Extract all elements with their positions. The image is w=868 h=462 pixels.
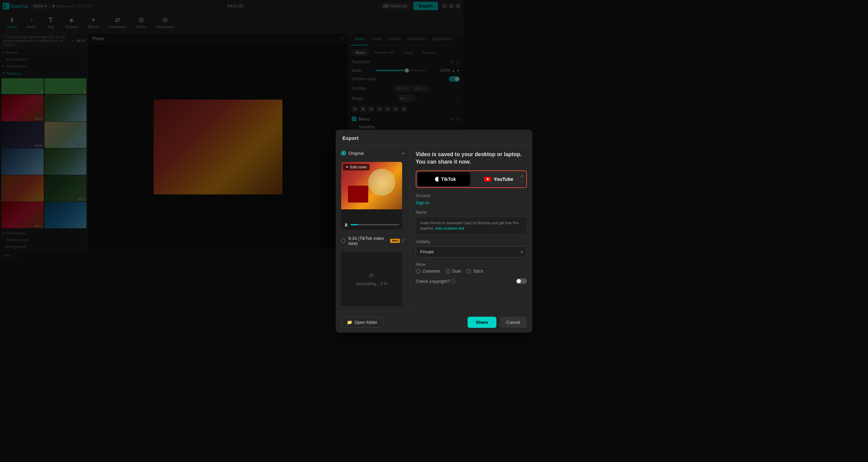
original-label: Original [349, 151, 364, 156]
modal-format-options: Original ▸ ✏ Edit cover [336, 145, 410, 260]
generating-preview: ⟳ Generating... 0 % [341, 252, 402, 260]
name-label: Name [416, 210, 463, 215]
platform-buttons: TikTok YouTube ↗ [416, 170, 463, 188]
name-section: Name Invite friends to download CapCut D… [416, 210, 463, 235]
modal-title: Export [336, 130, 463, 145]
visibility-select-wrapper: Private Public Friends [416, 246, 463, 257]
modal-overlay: Export Original ▸ [0, 0, 463, 260]
original-radio[interactable] [341, 151, 346, 155]
tiktok-format-label: 9:16 (TikTok video size) [348, 236, 389, 246]
pro-badge: PRO [390, 239, 400, 243]
add-invitation-link[interactable]: Add invitation link [435, 226, 463, 230]
original-arrow: ▸ [402, 151, 405, 155]
play-pause-button[interactable]: ⏸ [344, 222, 349, 228]
account-label: Account [416, 193, 463, 198]
save-message: Video is saved to your desktop or laptop… [416, 151, 463, 166]
preview-controls: ⏸ [341, 222, 402, 228]
visibility-label: Visibility [416, 239, 463, 244]
visibility-section: Visibility Private Public Friends [416, 239, 463, 257]
export-modal: Export Original ▸ [336, 130, 463, 260]
modal-body: Original ▸ ✏ Edit cover [336, 145, 463, 260]
account-section: Account Sign in [416, 193, 463, 205]
format-original[interactable]: Original ▸ [341, 151, 405, 156]
name-input-area: Invite friends to download CapCut Deskto… [416, 217, 463, 235]
progress-fill [351, 224, 358, 225]
tiktok-radio[interactable] [341, 238, 346, 243]
modal-share-options: Video is saved to your desktop or laptop… [410, 145, 463, 260]
progress-bar[interactable] [351, 224, 399, 225]
edit-icon: ✏ [346, 165, 349, 169]
info-icon2: ⓘ [401, 238, 405, 243]
video-preview-container: ✏ Edit cover ⏸ [341, 162, 405, 232]
tiktok-platform-button[interactable]: TikTok [418, 172, 463, 186]
sign-in-link[interactable]: Sign in [416, 200, 463, 205]
edit-cover-button[interactable]: ✏ Edit cover [343, 164, 370, 170]
format-tiktok[interactable]: 9:16 (TikTok video size) PRO ⓘ [341, 236, 405, 246]
invite-text: Invite friends to download CapCut Deskto… [420, 220, 463, 231]
visibility-select[interactable]: Private Public Friends [416, 246, 463, 257]
video-preview: ✏ Edit cover ⏸ [341, 162, 402, 230]
